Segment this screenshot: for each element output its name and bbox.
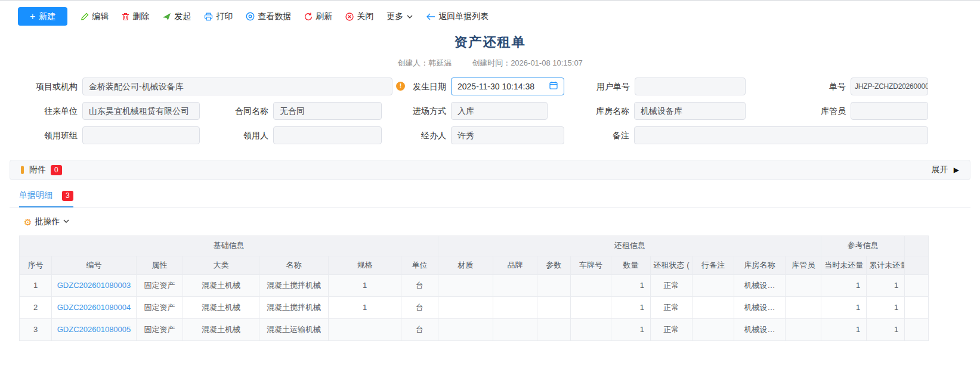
launch-button[interactable]: 发起 <box>162 11 191 22</box>
doc-no-field: JHZP-ZCHZD20260000001 <box>851 78 928 95</box>
edit-button[interactable]: 编辑 <box>81 11 109 22</box>
table-row: 1GDZC202601080003固定资产混凝土机械混凝土搅拌机械1台1正常机械… <box>20 274 929 296</box>
column-group-header: 还租信息 <box>438 235 821 256</box>
cell <box>786 318 821 340</box>
cell <box>493 274 537 296</box>
detail-tabs: 单据明细 3 <box>10 189 970 207</box>
cell: 2 <box>20 296 52 318</box>
created-time-value: 2026-01-08 10:15:07 <box>511 58 583 67</box>
view-data-button[interactable]: 查看数据 <box>246 11 291 22</box>
cell <box>693 318 734 340</box>
requisition-person-label: 领用人 <box>209 126 268 144</box>
counterparty-label: 往来单位 <box>11 102 78 120</box>
cell <box>537 274 571 296</box>
cell: GDZC202601080005 <box>52 318 137 340</box>
remark-label: 备注 <box>570 126 629 144</box>
batch-operations-button[interactable]: ⚙ 批操作 <box>24 216 70 227</box>
column-group-header <box>905 235 929 256</box>
refresh-button[interactable]: 刷新 <box>304 11 332 22</box>
cell: 1 <box>821 274 867 296</box>
cell <box>438 318 493 340</box>
table-row: 2GDZC202601080004固定资产混凝土机械混凝土搅拌机械1台1正常机械… <box>20 296 929 318</box>
printer-icon <box>204 13 213 21</box>
tab-detail[interactable]: 单据明细 3 <box>19 190 73 207</box>
column-header: 品牌 <box>493 256 537 274</box>
attachments-count-badge: 0 <box>51 165 62 175</box>
pencil-icon <box>81 13 89 21</box>
occur-date-label: 发生日期 <box>387 78 446 95</box>
cell <box>571 296 611 318</box>
view-circle-icon <box>246 12 255 21</box>
creator-label: 创建人： <box>397 58 428 67</box>
refresh-icon <box>304 13 313 21</box>
column-header: 车牌号 <box>571 256 611 274</box>
cell <box>905 318 929 340</box>
cell: GDZC202601080004 <box>52 296 137 318</box>
entry-mode-label: 进场方式 <box>387 102 446 120</box>
attachments-label: 附件 <box>29 165 46 175</box>
detail-count-badge: 3 <box>62 191 73 201</box>
cell: GDZC202601080003 <box>52 274 137 296</box>
cell <box>537 318 571 340</box>
contract-label: 合同名称 <box>209 102 268 120</box>
column-header: 库管员 <box>786 256 821 274</box>
project-field: 金桥装配公司-机械设备库 <box>82 78 392 95</box>
cell: 机械设… <box>734 318 786 340</box>
back-to-list-button[interactable]: 返回单据列表 <box>426 11 489 22</box>
asset-code-link[interactable]: GDZC202601080003 <box>57 281 131 290</box>
cell: 混凝土搅拌机械 <box>259 274 329 296</box>
cell: 1 <box>867 274 905 296</box>
column-header <box>905 256 929 274</box>
column-header: 属性 <box>137 256 183 274</box>
print-button[interactable]: 打印 <box>204 11 233 22</box>
arrow-left-icon <box>426 13 435 20</box>
chevron-down-icon <box>63 217 70 227</box>
cell <box>693 274 734 296</box>
cell: 台 <box>401 318 438 340</box>
new-button-label: 新建 <box>39 11 55 22</box>
cell <box>537 296 571 318</box>
cell <box>329 318 401 340</box>
detail-table: 基础信息还租信息参考信息序号编号属性大类名称规格单位材质品牌参数车牌号数量还租状… <box>19 235 929 341</box>
close-circle-icon <box>345 13 354 21</box>
requisition-team-field <box>82 126 200 144</box>
cell: 混凝土运输机械 <box>259 318 329 340</box>
calendar-icon[interactable] <box>549 78 558 95</box>
column-header: 编号 <box>52 256 137 274</box>
expand-button[interactable]: 展开 ▶ <box>932 165 959 175</box>
asset-code-link[interactable]: GDZC202601080004 <box>57 303 131 312</box>
cell: 1 <box>611 274 651 296</box>
user-order-no-label: 用户单号 <box>570 78 630 95</box>
remark-field <box>634 126 928 144</box>
cell <box>493 296 537 318</box>
doc-no-label: 单号 <box>786 78 846 95</box>
close-button[interactable]: 关闭 <box>345 11 373 22</box>
delete-button[interactable]: 删除 <box>122 11 149 22</box>
warehouse-keeper-field <box>851 102 928 120</box>
cell: 1 <box>867 296 905 318</box>
more-button[interactable]: 更多 <box>387 11 413 22</box>
triangle-right-icon: ▶ <box>954 166 959 174</box>
asset-code-link[interactable]: GDZC202601080005 <box>57 325 131 334</box>
created-time-label: 创建时间： <box>472 58 511 67</box>
column-header: 单位 <box>401 256 438 274</box>
new-button[interactable]: +新建 <box>18 7 67 26</box>
column-group-header: 基础信息 <box>20 235 438 256</box>
contract-field: 无合同 <box>273 102 382 120</box>
warehouse-label: 库房名称 <box>570 102 629 120</box>
column-header: 规格 <box>329 256 401 274</box>
attachment-marker-icon <box>21 166 24 174</box>
cell: 1 <box>20 274 52 296</box>
occur-date-field[interactable]: 2025-11-30 10:14:38 <box>451 78 564 95</box>
cell: 正常 <box>651 296 693 318</box>
column-header: 行备注 <box>693 256 734 274</box>
cell: 3 <box>20 318 52 340</box>
cell: 1 <box>867 318 905 340</box>
cell <box>438 296 493 318</box>
cell: 混凝土机械 <box>183 296 259 318</box>
chevron-down-icon <box>406 13 413 20</box>
counterparty-field: 山东昊宜机械租赁有限公司 <box>82 102 200 120</box>
column-group-header: 参考信息 <box>821 235 905 256</box>
page-title: 资产还租单 <box>0 33 980 51</box>
entry-mode-field: 入库 <box>451 102 548 120</box>
